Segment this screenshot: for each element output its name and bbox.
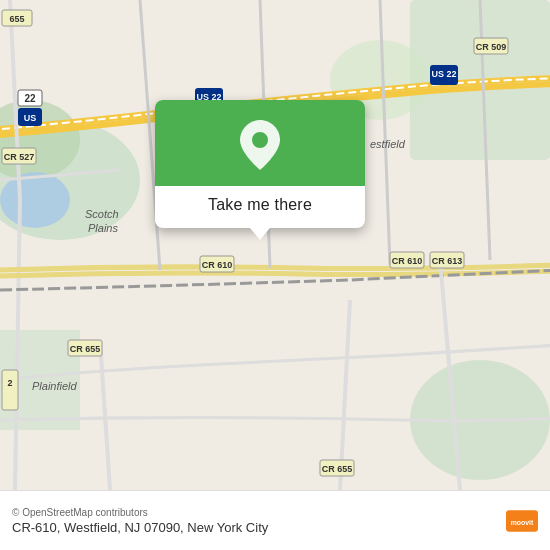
svg-text:CR 610: CR 610 bbox=[202, 260, 233, 270]
svg-text:CR 610: CR 610 bbox=[392, 256, 423, 266]
address-text: CR-610, Westfield, NJ 07090, New York Ci… bbox=[12, 520, 268, 535]
bottom-bar: © OpenStreetMap contributors CR-610, Wes… bbox=[0, 490, 550, 550]
take-me-there-button[interactable]: Take me there bbox=[208, 196, 312, 214]
popup-button-area: Take me there bbox=[155, 186, 365, 228]
map-container[interactable]: US 22 US 22 US 22 CR 527 CR 610 CR 610 C… bbox=[0, 0, 550, 490]
bottom-left: © OpenStreetMap contributors CR-610, Wes… bbox=[12, 507, 268, 535]
svg-text:22: 22 bbox=[24, 93, 36, 104]
popup-header bbox=[155, 100, 365, 186]
location-pin-icon bbox=[238, 118, 282, 172]
moovit-icon: moovit bbox=[506, 505, 538, 537]
svg-text:Plains: Plains bbox=[88, 222, 118, 234]
svg-text:US: US bbox=[24, 113, 37, 123]
svg-point-40 bbox=[252, 132, 268, 148]
svg-text:Plainfield: Plainfield bbox=[32, 380, 78, 392]
svg-text:CR 655: CR 655 bbox=[322, 464, 353, 474]
svg-text:655: 655 bbox=[9, 14, 24, 24]
svg-text:estfield: estfield bbox=[370, 138, 406, 150]
svg-text:CR 527: CR 527 bbox=[4, 152, 35, 162]
svg-text:CR 655: CR 655 bbox=[70, 344, 101, 354]
popup-tail bbox=[250, 228, 270, 240]
attribution-text: © OpenStreetMap contributors bbox=[12, 507, 268, 518]
svg-text:Scotch: Scotch bbox=[85, 208, 119, 220]
svg-text:2: 2 bbox=[7, 378, 12, 388]
svg-text:moovit: moovit bbox=[511, 518, 534, 525]
svg-text:US 22: US 22 bbox=[431, 69, 456, 79]
moovit-logo: moovit bbox=[506, 505, 538, 537]
svg-text:CR 613: CR 613 bbox=[432, 256, 463, 266]
svg-rect-32 bbox=[2, 370, 18, 410]
popup-card: Take me there bbox=[155, 100, 365, 228]
svg-text:CR 509: CR 509 bbox=[476, 42, 507, 52]
